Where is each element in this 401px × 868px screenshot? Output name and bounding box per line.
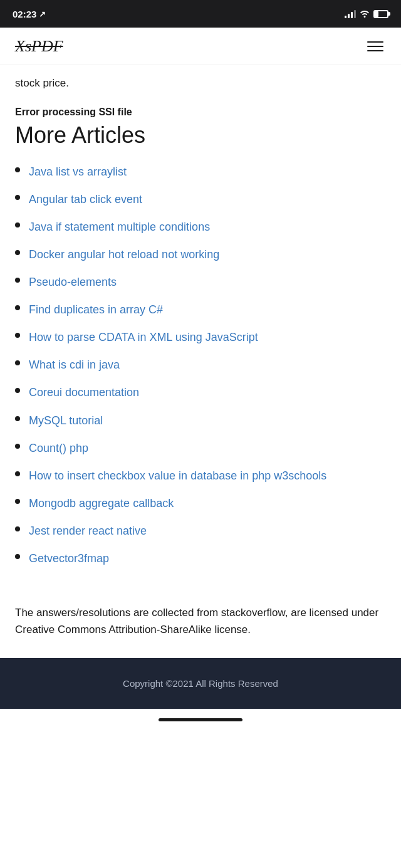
footer-bar: Copyright ©2021 All Rights Reserved — [0, 658, 401, 709]
bullet-icon — [15, 471, 20, 476]
bullet-icon — [15, 360, 20, 365]
list-item: Count() php — [15, 440, 386, 456]
article-link[interactable]: Mongodb aggregate callback — [29, 495, 174, 511]
list-item: Java if statement multiple conditions — [15, 219, 386, 235]
bullet-icon — [15, 499, 20, 504]
list-item: Angular tab click event — [15, 191, 386, 207]
article-link[interactable]: Getvector3fmap — [29, 550, 109, 567]
nav-bar: XsPDF — [0, 28, 401, 65]
stock-text: stock price. — [15, 75, 386, 92]
article-link[interactable]: Java if statement multiple conditions — [29, 219, 210, 235]
list-item: How to insert checkbox value in database… — [15, 468, 386, 484]
wifi-icon — [360, 9, 370, 19]
battery-icon — [373, 10, 388, 18]
list-item: What is cdi in java — [15, 357, 386, 373]
list-item: Coreui documentation — [15, 384, 386, 400]
logo: XsPDF — [15, 37, 63, 56]
home-bar — [159, 718, 242, 721]
article-link[interactable]: Jest render react native — [29, 523, 147, 539]
article-link[interactable]: Docker angular hot reload not working — [29, 246, 219, 263]
list-item: Mongodb aggregate callback — [15, 495, 386, 511]
bullet-icon — [15, 388, 20, 393]
article-link[interactable]: Pseudo-elements — [29, 274, 117, 290]
list-item: Getvector3fmap — [15, 550, 386, 567]
hamburger-line-3 — [367, 50, 383, 51]
more-articles-title: More Articles — [15, 122, 386, 149]
bullet-icon — [15, 554, 20, 559]
article-link[interactable]: Angular tab click event — [29, 191, 142, 207]
bullet-icon — [15, 416, 20, 421]
main-content: stock price. Error processing SSI file M… — [0, 65, 401, 567]
article-link[interactable]: Java list vs arraylist — [29, 164, 127, 180]
hamburger-line-1 — [367, 41, 383, 43]
list-item: Find duplicates in array C# — [15, 301, 386, 318]
home-indicator — [0, 709, 401, 730]
hamburger-line-2 — [367, 46, 383, 47]
hamburger-menu-button[interactable] — [365, 39, 386, 54]
articles-list: Java list vs arraylistAngular tab click … — [15, 164, 386, 567]
article-link[interactable]: What is cdi in java — [29, 357, 120, 373]
bullet-icon — [15, 526, 20, 531]
footer-description: The answers/resolutions are collected fr… — [15, 604, 386, 638]
article-link[interactable]: How to parse CDATA in XML using JavaScri… — [29, 329, 258, 345]
bullet-icon — [15, 305, 20, 310]
article-link[interactable]: Coreui documentation — [29, 384, 139, 400]
list-item: How to parse CDATA in XML using JavaScri… — [15, 329, 386, 345]
time-display: 02:23 — [13, 9, 36, 19]
list-item: Pseudo-elements — [15, 274, 386, 290]
article-link[interactable]: How to insert checkbox value in database… — [29, 468, 326, 484]
status-bar: 02:23 ↗ — [0, 0, 401, 28]
signal-icon — [345, 9, 356, 18]
bullet-icon — [15, 333, 20, 338]
article-link[interactable]: Count() php — [29, 440, 88, 456]
bullet-icon — [15, 278, 20, 283]
list-item: Docker angular hot reload not working — [15, 246, 386, 263]
copyright-text: Copyright ©2021 All Rights Reserved — [15, 678, 386, 689]
bullet-icon — [15, 195, 20, 200]
footer-text-section: The answers/resolutions are collected fr… — [0, 592, 401, 658]
article-link[interactable]: MySQL tutorial — [29, 412, 103, 429]
bullet-icon — [15, 444, 20, 449]
error-notice: Error processing SSI file — [15, 107, 386, 118]
location-arrow-icon: ↗ — [39, 9, 46, 19]
status-time: 02:23 ↗ — [13, 9, 46, 19]
list-item: MySQL tutorial — [15, 412, 386, 429]
list-item: Java list vs arraylist — [15, 164, 386, 180]
bullet-icon — [15, 250, 20, 255]
list-item: Jest render react native — [15, 523, 386, 539]
bullet-icon — [15, 222, 20, 227]
article-link[interactable]: Find duplicates in array C# — [29, 301, 163, 318]
status-icons — [345, 9, 388, 19]
bullet-icon — [15, 167, 20, 172]
